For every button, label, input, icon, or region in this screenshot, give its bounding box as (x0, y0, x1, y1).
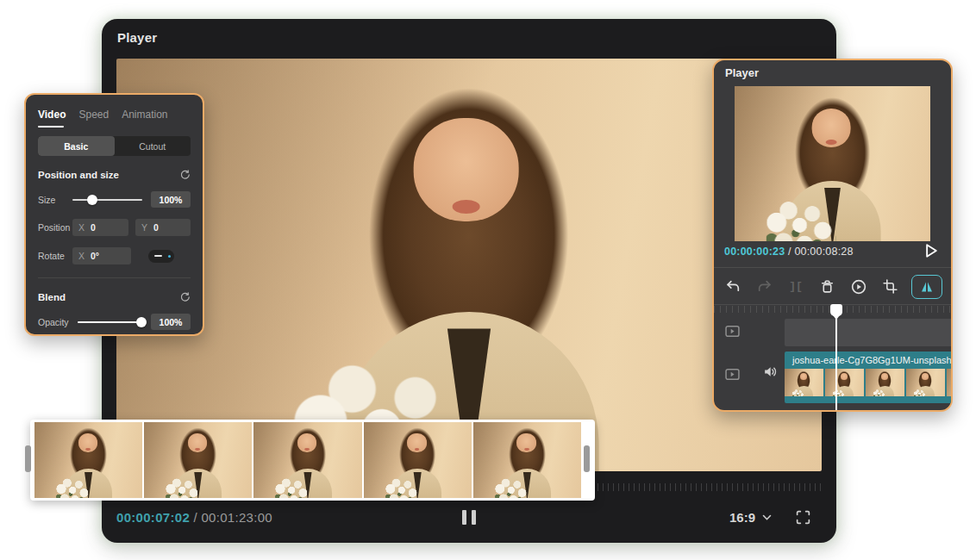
clip-thumb (866, 369, 904, 396)
total-duration: 00:01:23:00 (201, 510, 272, 525)
rotate-dial[interactable] (148, 250, 174, 263)
main-player-title: Player (117, 30, 157, 45)
fullscreen-icon[interactable] (795, 509, 811, 526)
position-size-title: Position and size (38, 170, 119, 180)
mini-preview-image (735, 86, 930, 241)
delete-icon[interactable] (817, 277, 838, 297)
filmstrip-frame (34, 422, 142, 498)
rotate-label: Rotate (38, 251, 72, 261)
position-label: Position (38, 222, 72, 233)
timeline-clip[interactable]: joshua-earle-Cg7G8Gg1UM-unsplash (785, 352, 953, 403)
undo-icon[interactable] (723, 277, 743, 297)
video-track-icon[interactable] (725, 325, 740, 338)
x-prefix: X (78, 222, 84, 233)
mini-toolbar: ][ (723, 269, 942, 304)
clip-thumbnails (785, 369, 953, 396)
rotate-field[interactable]: X 0° (72, 247, 131, 264)
trim-handle-left[interactable] (25, 445, 31, 472)
crop-icon[interactable] (880, 277, 901, 297)
filmstrip-frame (364, 422, 472, 498)
edit-panel-tabs: Video Speed Animation (38, 109, 191, 128)
size-slider[interactable] (72, 195, 142, 205)
aspect-ratio-value: 16:9 (729, 510, 755, 525)
main-timecode: 00:00:07:02 / 00:01:23:00 (116, 510, 272, 525)
rotate-value: 0° (91, 251, 99, 261)
reset-icon[interactable] (179, 169, 191, 180)
pause-icon (472, 510, 476, 525)
pause-icon (462, 510, 466, 525)
section-divider (38, 277, 191, 278)
current-time: 00:00:07:02 (116, 510, 190, 525)
size-slider-thumb[interactable] (87, 195, 97, 205)
filmstrip-frame (144, 422, 252, 498)
filmstrip-frame (253, 422, 361, 498)
portrait-figure (315, 67, 624, 471)
opacity-label: Opacity (38, 317, 78, 327)
mini-current-time: 00:00:00:23 (724, 246, 785, 258)
rotate-prefix: X (78, 251, 84, 261)
pause-button[interactable] (462, 510, 476, 525)
clip-thumb (906, 369, 945, 396)
segment-cutout[interactable]: Cutout (115, 136, 191, 156)
y-value: 0 (153, 222, 159, 233)
basic-cutout-segmented: Basic Cutout (38, 136, 191, 156)
tab-speed[interactable]: Speed (78, 109, 109, 128)
divider (714, 267, 951, 268)
mini-player-panel: Player 00:00:00:23 / 00:00:08:28 ][ (712, 59, 953, 412)
opacity-slider[interactable] (78, 317, 142, 327)
position-x-field[interactable]: X 0 (72, 219, 128, 236)
empty-track[interactable] (785, 319, 953, 346)
tab-animation[interactable]: Animation (122, 109, 167, 128)
position-y-field[interactable]: Y 0 (135, 219, 191, 236)
clip-thumb (785, 369, 823, 396)
filmstrip-frame (473, 422, 581, 498)
player-bottom-bar: 00:00:07:02 / 00:01:23:00 16:9 (116, 500, 822, 534)
mini-timecode: 00:00:00:23 / 00:00:08:28 (724, 246, 854, 258)
segment-basic[interactable]: Basic (38, 136, 115, 156)
play-icon[interactable] (921, 241, 940, 260)
reset-icon[interactable] (179, 291, 191, 302)
aspect-ratio-dropdown[interactable]: 16:9 (729, 510, 773, 525)
mirror-icon[interactable] (911, 275, 942, 299)
video-track-icon[interactable] (725, 368, 740, 381)
mini-player-title: Player (725, 66, 759, 79)
playhead-handle[interactable] (830, 304, 842, 316)
size-label: Size (38, 195, 72, 205)
clip-thumb (825, 369, 864, 396)
blend-title: Blend (38, 292, 66, 302)
screenshot-stage: Player 00:00:07:02 / 00:01:23:00 (0, 0, 976, 560)
edit-panel: Video Speed Animation Basic Cutout Posit… (24, 93, 204, 336)
clip-thumb (947, 369, 953, 396)
trim-handle-right[interactable] (584, 445, 590, 472)
y-prefix: Y (141, 222, 147, 233)
speaker-icon[interactable] (762, 364, 779, 380)
filmstrip-trimmer[interactable] (30, 420, 595, 501)
tab-video[interactable]: Video (38, 109, 66, 128)
redo-icon[interactable] (754, 277, 775, 297)
mini-duration: 00:00:08:28 (794, 246, 853, 258)
filmstrip-frames (34, 422, 581, 498)
x-value: 0 (91, 222, 96, 233)
opacity-slider-thumb[interactable] (136, 317, 147, 327)
split-icon[interactable]: ][ (785, 277, 806, 297)
clip-name: joshua-earle-Cg7G8Gg1UM-unsplash (785, 352, 953, 369)
opacity-value: 100% (151, 314, 191, 330)
playback-speed-icon[interactable] (848, 277, 869, 297)
size-value: 100% (151, 191, 191, 208)
chevron-down-icon (761, 512, 773, 523)
